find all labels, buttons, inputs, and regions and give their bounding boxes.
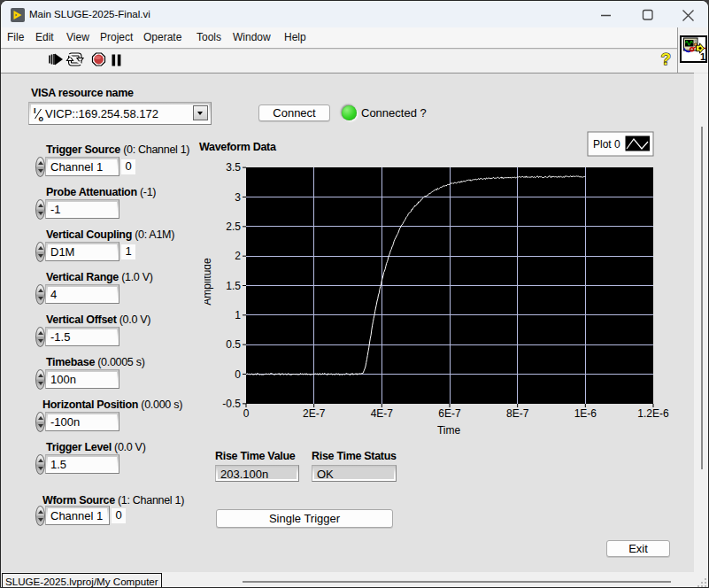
svg-text:Plot 0: Plot 0 bbox=[593, 138, 620, 151]
svg-text:?: ? bbox=[661, 50, 672, 68]
svg-text:1: 1 bbox=[235, 309, 241, 321]
svg-text:3: 3 bbox=[235, 191, 241, 204]
svg-text:0: 0 bbox=[243, 407, 250, 420]
svg-text:1: 1 bbox=[700, 51, 705, 62]
svg-text:4E-7: 4E-7 bbox=[371, 407, 394, 420]
svg-text:-0.5: -0.5 bbox=[222, 398, 241, 410]
svg-text:6E-7: 6E-7 bbox=[438, 407, 461, 420]
svg-text:8E-7: 8E-7 bbox=[506, 407, 529, 420]
svg-text:0.5: 0.5 bbox=[226, 338, 241, 351]
svg-text:I: I bbox=[34, 106, 36, 115]
svg-text:1E-6: 1E-6 bbox=[574, 407, 597, 420]
svg-text:1.5: 1.5 bbox=[226, 280, 241, 292]
svg-text:2: 2 bbox=[235, 250, 241, 262]
svg-text:Amplitude: Amplitude bbox=[204, 258, 213, 306]
svg-text:2.5: 2.5 bbox=[226, 220, 241, 233]
svg-text:3.5: 3.5 bbox=[226, 161, 241, 174]
svg-text:0: 0 bbox=[235, 368, 241, 381]
svg-text:o: o bbox=[39, 114, 44, 123]
svg-text:Time: Time bbox=[437, 424, 461, 437]
svg-text:2E-7: 2E-7 bbox=[303, 407, 326, 420]
svg-text:1.2E-6: 1.2E-6 bbox=[637, 407, 669, 420]
